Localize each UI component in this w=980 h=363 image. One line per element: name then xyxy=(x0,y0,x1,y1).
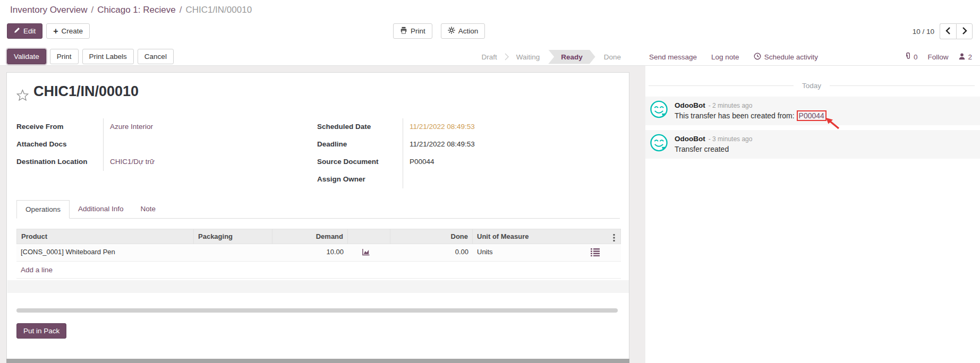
schedule-activity-button[interactable]: Schedule activity xyxy=(754,53,818,62)
breadcrumb-separator: / xyxy=(91,5,94,15)
validate-button-label: Validate xyxy=(14,53,39,60)
divider-line xyxy=(830,85,975,86)
message-body-text: This transfer has been created from: xyxy=(675,111,797,120)
send-message-button[interactable]: Send message xyxy=(649,53,697,61)
field-value[interactable] xyxy=(103,136,317,153)
create-button-label: Create xyxy=(62,27,83,35)
column-header-packaging[interactable]: Packaging xyxy=(194,229,272,244)
cell-uom[interactable]: Units xyxy=(473,244,621,262)
put-in-pack-button[interactable]: Put in Pack xyxy=(16,323,66,339)
field-source-document: Source Document P00044 xyxy=(317,153,615,171)
pager-previous-button[interactable] xyxy=(940,23,956,39)
follow-button[interactable]: Follow xyxy=(927,53,948,61)
pager-counter: 10 / 10 xyxy=(913,28,934,36)
app-window: Inventory Overview/Chicago 1: Recieve/CH… xyxy=(0,0,980,363)
message-content: OdooBot- 2 minutes ago This transfer has… xyxy=(675,100,826,121)
print-report-button-label: Print xyxy=(57,53,72,60)
status-step-draft[interactable]: Draft xyxy=(474,53,504,61)
statusbar-steps: Draft Waiting Ready Done xyxy=(474,48,628,66)
cell-demand[interactable]: 10.00 xyxy=(272,244,348,262)
column-header-done[interactable]: Done xyxy=(390,229,473,244)
deadline-value[interactable]: 11/21/2022 08:49:53 xyxy=(403,136,615,153)
field-label: Receive From xyxy=(16,118,103,136)
message-timestamp: - 3 minutes ago xyxy=(709,135,753,143)
status-step-ready[interactable]: Ready xyxy=(548,50,595,64)
status-step-done[interactable]: Done xyxy=(596,53,628,61)
operations-table: Product Packaging Demand Done Unit of Me… xyxy=(16,229,621,279)
cell-uom-label: Units xyxy=(477,248,493,256)
breadcrumb-link-inventory-overview[interactable]: Inventory Overview xyxy=(10,5,88,15)
message-author[interactable]: OdooBot xyxy=(675,101,705,109)
pencil-icon xyxy=(14,27,20,35)
scheduled-date-value[interactable]: 11/21/2022 08:49:53 xyxy=(403,118,615,136)
document-title: CHIC1/IN/00010 xyxy=(33,83,139,100)
column-header-uom[interactable]: Unit of Measure xyxy=(473,229,621,244)
action-button[interactable]: Action xyxy=(441,23,485,39)
source-document-link[interactable]: P00044 xyxy=(797,110,826,121)
odoobot-avatar xyxy=(650,100,668,121)
favorite-star-icon[interactable] xyxy=(16,89,29,103)
status-step-waiting[interactable]: Waiting xyxy=(509,53,548,61)
cell-packaging[interactable] xyxy=(194,244,272,262)
assign-owner-value[interactable] xyxy=(403,171,615,188)
breadcrumb-link-picking-type[interactable]: Chicago 1: Recieve xyxy=(97,5,175,15)
print-labels-button[interactable]: Print Labels xyxy=(82,49,134,64)
print-labels-button-label: Print Labels xyxy=(89,53,127,60)
tab-note[interactable]: Note xyxy=(132,200,165,219)
field-value: CHIC1/Dự trữ xyxy=(103,153,317,171)
chevron-separator-icon xyxy=(505,53,509,61)
field-receive-from: Receive From Azure Interior xyxy=(16,118,317,136)
tab-additional-info[interactable]: Additional Info xyxy=(70,200,132,219)
chatter-panel: Today OdooBot- 2 minutes ago This transf… xyxy=(645,66,980,363)
message-list: OdooBot- 2 minutes ago This transfer has… xyxy=(645,97,980,159)
column-header-demand[interactable]: Demand xyxy=(272,229,348,244)
add-a-line-button[interactable]: Add a line xyxy=(16,262,621,279)
chevron-right-icon xyxy=(962,27,967,36)
field-groups: Receive From Azure Interior Attached Doc… xyxy=(7,118,629,188)
print-report-button[interactable]: Print xyxy=(50,49,79,64)
receive-from-link[interactable]: Azure Interior xyxy=(110,123,153,131)
pager-next-button[interactable] xyxy=(956,23,973,39)
horizontal-scrollbar[interactable] xyxy=(16,308,618,313)
source-document-value[interactable]: P00044 xyxy=(403,153,615,171)
form-action-buttons: Edit + Create xyxy=(7,23,90,39)
tab-operations[interactable]: Operations xyxy=(16,200,70,219)
cancel-button[interactable]: Cancel xyxy=(138,49,174,64)
destination-location-link[interactable]: CHIC1/Dự trữ xyxy=(110,158,155,166)
message-item: OdooBot- 3 minutes ago Transfer created xyxy=(645,130,980,159)
message-timestamp: - 2 minutes ago xyxy=(709,102,753,109)
message-content: OdooBot- 3 minutes ago Transfer created xyxy=(675,134,752,154)
attachments-button[interactable]: 0 xyxy=(905,52,918,62)
field-label: Scheduled Date xyxy=(317,118,403,136)
followers-button[interactable]: 2 xyxy=(958,53,972,62)
print-button[interactable]: Print xyxy=(393,23,432,39)
annotation-arrow-icon xyxy=(825,117,840,132)
log-note-button[interactable]: Log note xyxy=(711,53,739,61)
breadcrumb-current: CHIC1/IN/00010 xyxy=(185,5,252,15)
edit-button[interactable]: Edit xyxy=(7,23,42,39)
odoobot-avatar xyxy=(650,134,668,154)
breadcrumb: Inventory Overview/Chicago 1: Recieve/CH… xyxy=(10,5,252,15)
status-row: Validate Print Print Labels Cancel Draft… xyxy=(0,48,980,66)
forecast-chart-icon[interactable] xyxy=(362,249,370,257)
validate-button[interactable]: Validate xyxy=(7,49,46,64)
message-author[interactable]: OdooBot xyxy=(675,135,705,143)
cell-done[interactable]: 0.00 xyxy=(390,244,473,262)
date-divider: Today xyxy=(649,82,975,90)
optional-columns-icon[interactable] xyxy=(613,234,615,244)
detailed-operations-icon[interactable] xyxy=(591,248,600,258)
attachment-count: 0 xyxy=(914,53,918,61)
pager-buttons xyxy=(940,23,973,39)
field-label: Assign Owner xyxy=(317,171,403,188)
notebook: Operations Additional Info Note Product … xyxy=(16,200,620,279)
cell-product[interactable]: [CONS_0001] Whiteboard Pen xyxy=(16,244,194,262)
field-group-right: Scheduled Date 11/21/2022 08:49:53 Deadl… xyxy=(317,118,615,188)
divider-line xyxy=(649,85,794,86)
field-attached-docs: Attached Docs xyxy=(16,136,317,153)
create-button[interactable]: + Create xyxy=(46,23,90,39)
gear-icon xyxy=(448,27,455,36)
column-header-product[interactable]: Product xyxy=(16,229,194,244)
field-group-left: Receive From Azure Interior Attached Doc… xyxy=(16,118,317,188)
edit-button-label: Edit xyxy=(23,27,36,35)
page-horizontal-scrollbar[interactable] xyxy=(6,359,629,363)
